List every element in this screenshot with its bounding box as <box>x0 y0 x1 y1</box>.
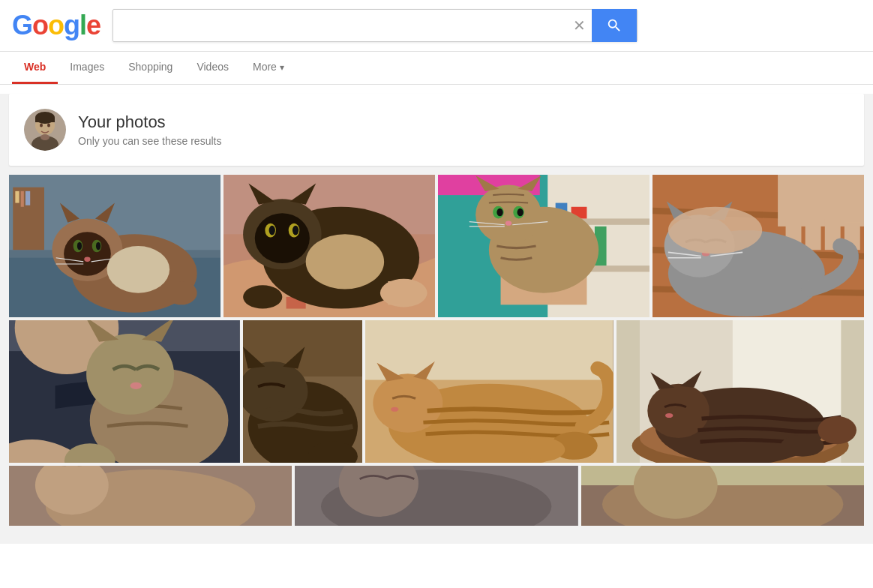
svg-rect-116 <box>365 320 613 380</box>
list-item[interactable] <box>581 466 864 526</box>
svg-rect-5 <box>35 118 55 122</box>
svg-point-123 <box>522 438 566 461</box>
svg-point-48 <box>243 285 282 308</box>
chevron-down-icon <box>280 61 284 73</box>
svg-point-40 <box>255 213 310 263</box>
list-item[interactable] <box>9 320 240 463</box>
svg-point-73 <box>517 208 523 216</box>
svg-point-105 <box>130 382 142 389</box>
cat-photo-6 <box>243 320 363 463</box>
list-item[interactable] <box>295 466 578 526</box>
your-photos-subtitle: Only you can see these results <box>78 135 221 147</box>
your-photos-title: Your photos <box>78 112 221 132</box>
cat-photo-11 <box>581 466 864 526</box>
svg-point-121 <box>391 407 398 412</box>
list-item[interactable] <box>243 320 363 463</box>
cat-photo-8 <box>616 320 864 463</box>
svg-point-19 <box>77 242 82 250</box>
tab-images[interactable]: Images <box>58 52 116 84</box>
list-item[interactable] <box>438 175 650 317</box>
list-item[interactable] <box>9 466 292 526</box>
cat-photo-7 <box>365 320 613 463</box>
svg-point-7 <box>47 124 50 128</box>
clear-button[interactable]: ✕ <box>567 10 592 40</box>
google-logo: Google <box>12 10 100 41</box>
list-item[interactable] <box>365 320 613 463</box>
svg-rect-30 <box>26 191 30 206</box>
cat-photo-10 <box>295 466 578 526</box>
cat-photo-4 <box>652 175 864 317</box>
list-item[interactable] <box>224 175 435 317</box>
svg-rect-29 <box>21 191 24 207</box>
list-item[interactable] <box>9 175 220 317</box>
tab-videos[interactable]: Videos <box>184 52 241 84</box>
search-bar: my photos of siamese cats ✕ <box>112 9 638 42</box>
svg-point-14 <box>64 232 111 275</box>
nav-tabs: Web Images Shopping Videos More <box>0 52 873 85</box>
svg-rect-51 <box>402 280 413 302</box>
cat-photo-2 <box>224 175 435 317</box>
svg-rect-150 <box>581 466 864 485</box>
photo-row <box>9 320 864 463</box>
search-input[interactable]: my photos of siamese cats <box>113 11 567 40</box>
photo-grid <box>9 175 864 526</box>
svg-point-21 <box>84 257 90 262</box>
svg-point-8 <box>40 134 50 140</box>
svg-point-96 <box>668 207 762 254</box>
svg-point-46 <box>292 226 298 236</box>
svg-point-136 <box>818 416 856 444</box>
cat-photo-5 <box>9 320 240 463</box>
svg-point-20 <box>96 242 100 250</box>
svg-point-74 <box>506 221 512 226</box>
svg-rect-50 <box>388 281 400 304</box>
tab-shopping[interactable]: Shopping <box>116 52 184 84</box>
photo-row <box>9 466 864 526</box>
photo-row <box>9 175 864 317</box>
cat-photo-1 <box>9 175 220 317</box>
header: Google my photos of siamese cats ✕ <box>0 0 873 52</box>
cat-photo-3 <box>438 175 650 317</box>
main-content: Your photos Only you can see these resul… <box>0 94 873 544</box>
your-photos-card: Your photos Only you can see these resul… <box>9 94 864 166</box>
tab-web[interactable]: Web <box>12 52 58 84</box>
svg-point-6 <box>40 124 43 128</box>
avatar-image <box>24 109 66 151</box>
your-photos-text: Your photos Only you can see these resul… <box>78 112 221 147</box>
tab-more[interactable]: More <box>241 52 296 84</box>
svg-point-47 <box>306 234 384 289</box>
search-button[interactable] <box>592 9 637 42</box>
svg-point-26 <box>166 281 197 304</box>
svg-rect-85 <box>806 214 821 250</box>
list-item[interactable] <box>652 175 864 317</box>
list-item[interactable] <box>616 320 864 463</box>
svg-point-72 <box>496 208 502 216</box>
close-icon: ✕ <box>573 16 586 34</box>
svg-point-25 <box>107 246 170 293</box>
svg-point-135 <box>665 413 673 418</box>
svg-point-137 <box>781 435 824 457</box>
svg-point-45 <box>269 226 275 236</box>
svg-rect-28 <box>15 191 19 203</box>
avatar <box>24 109 66 151</box>
svg-point-102 <box>86 334 174 415</box>
cat-photo-9 <box>9 466 292 526</box>
search-icon <box>606 17 622 34</box>
